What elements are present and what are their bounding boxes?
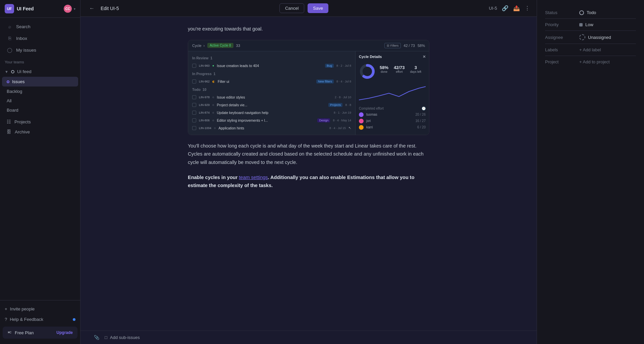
sidebar-header: UF UI Feed CC ▾	[0, 0, 80, 18]
sim-section-todo: Todo 10	[188, 85, 355, 94]
sim-issue-id: LIN-874	[199, 111, 210, 114]
sim-issue-label: Project details vie...	[217, 103, 326, 107]
sim-meta: 2 · 8 · Jul 10	[335, 96, 351, 99]
sim-issue-row[interactable]: LIN-978 ○ Issue editor styles 2 · 8 · Ju…	[188, 94, 355, 101]
sim-body: In Review 1 LIN-960 ● Issue creation lea…	[188, 51, 429, 135]
sim-issue-label: Issue editor styles	[217, 95, 332, 99]
sidebar-item-archive[interactable]: 🗄 Archive	[2, 127, 78, 137]
sim-days-label: days left	[410, 70, 422, 73]
sim-tag: Design	[317, 118, 330, 122]
sim-effort-clock-icon: 🕐	[422, 107, 426, 110]
sidebar-item-help[interactable]: ? Help & Feedback	[0, 314, 80, 325]
sim-active-badge: Active Cycle 8	[207, 43, 233, 48]
attach-button[interactable]: 📎	[94, 335, 99, 340]
sidebar-item-label: Search	[16, 24, 31, 29]
sidebar-nav: ⌕ Search ⎘ Inbox ◯ My issues Your teams …	[0, 18, 80, 300]
search-icon: ⌕	[7, 23, 13, 30]
sim-cycle-panel: Cycle Details ✕	[355, 51, 429, 135]
brand[interactable]: UF UI Feed	[5, 4, 34, 13]
brand-name: UI Feed	[17, 6, 34, 11]
team-header[interactable]: ▼ Ui feed	[0, 67, 80, 76]
myissues-icon: ◯	[7, 47, 13, 53]
sim-checkbox[interactable]	[192, 126, 196, 130]
toolbar-right: UI-5 🔗 📤 ⋮	[489, 5, 530, 11]
sidebar-item-invite[interactable]: + Invite people	[0, 304, 80, 314]
add-project-button[interactable]: + Add to project	[579, 59, 610, 64]
sim-member-nums: 6 / 20	[417, 125, 426, 129]
sim-panel-label: Cycle Details	[359, 55, 382, 59]
sub-issues-label: Add sub-issues	[110, 335, 140, 340]
sim-issue-row[interactable]: LIN-806 ○ Editor styling improvements + …	[188, 117, 355, 124]
sim-issue-row[interactable]: LIN-874 ○ Update keyboard navigation hel…	[188, 109, 355, 117]
link-icon[interactable]: 🔗	[502, 5, 508, 11]
sub-issues-button[interactable]: □ Add sub-issues	[105, 335, 140, 340]
teams-section-label: Your teams	[0, 56, 80, 65]
priority-value[interactable]: Low	[579, 22, 593, 27]
avatar[interactable]: CC	[64, 5, 72, 13]
sim-filter-button[interactable]: ⊟ Filters	[384, 43, 401, 48]
projects-icon: ☷	[7, 119, 11, 124]
prop-row-priority: Priority Low	[545, 19, 636, 31]
sim-tag: Projects	[328, 103, 343, 107]
editor-body: you're executing towards that goal. Cycl…	[80, 17, 537, 331]
more-icon[interactable]: ⋮	[525, 5, 530, 11]
toolbar-left: ← Edit UI-5	[87, 4, 119, 13]
sim-issue-id: LIN-962	[199, 80, 210, 83]
sim-member-avatar	[359, 125, 364, 130]
sim-days-val: 3	[410, 65, 422, 70]
sidebar-item-myissues[interactable]: ◯ My issues	[2, 44, 78, 56]
sim-member-name: jori	[366, 119, 413, 123]
right-sidebar: Status Todo Priority Low Assignee Unassi…	[537, 0, 644, 344]
sim-meta: 8 · 2 · Jul 8	[336, 64, 351, 67]
sidebar-item-projects[interactable]: ☷ Projects	[2, 117, 78, 127]
sim-member-nums: 16 / 27	[415, 119, 426, 123]
help-icon: ?	[5, 317, 7, 322]
issues-dot	[7, 80, 9, 83]
screenshot-inner: Cycle › Active Cycle 8 33 ⊟ Filters 42 /…	[188, 40, 429, 135]
sidebar-item-backlog[interactable]: Backlog	[2, 87, 78, 96]
sim-effort-label: effort	[394, 70, 405, 73]
team-settings-link[interactable]: team settings	[239, 175, 268, 180]
add-label-button[interactable]: + Add label	[579, 47, 601, 52]
sim-effort-row-tuomas: tuomas 20 / 26	[359, 112, 426, 117]
cancel-button[interactable]: Cancel	[279, 3, 304, 13]
sim-checkbox[interactable]	[192, 95, 196, 99]
sim-issue-row[interactable]: LIN-929 ○ Project details vie... Project…	[188, 101, 355, 109]
sim-issue-row[interactable]: LIN-960 ● Issue creation leads to 404 Bu…	[188, 62, 355, 70]
sidebar-item-search[interactable]: ⌕ Search	[2, 21, 78, 32]
back-button[interactable]: ←	[87, 4, 97, 13]
sim-issue-label: Editor styling improvements + l...	[217, 118, 315, 122]
prop-row-status: Status Todo	[545, 7, 636, 19]
sim-checkbox[interactable]	[192, 103, 196, 107]
sim-issue-row[interactable]: LIN-1004 ○ Application hints 8 · 4 · Jul…	[188, 124, 355, 132]
sim-checkbox[interactable]	[192, 118, 196, 122]
sim-checkbox[interactable]	[192, 64, 196, 68]
sim-status-icon: ●	[212, 64, 214, 67]
editor-content: you're executing towards that goal. Cycl…	[188, 25, 429, 190]
share-icon[interactable]: 📤	[513, 5, 520, 11]
sidebar-item-label: Projects	[14, 119, 31, 124]
sidebar-item-all[interactable]: All	[2, 96, 78, 105]
sim-tag: Bug	[325, 64, 334, 68]
sim-issue-row[interactable]: LIN-962 ◐ Filter ui New filters 8 · 4 · …	[188, 78, 355, 85]
sidebar-item-issues[interactable]: Issues	[2, 77, 78, 87]
sidebar-item-inbox[interactable]: ⎘ Inbox	[2, 33, 78, 44]
inbox-icon: ⎘	[7, 35, 13, 41]
sim-section-in-progress: In Progress 1	[188, 70, 355, 78]
sim-stat-days: 3 days left	[410, 65, 422, 73]
sim-checkbox[interactable]	[192, 111, 196, 115]
assignee-value[interactable]: Unassigned	[579, 34, 611, 40]
team-name: Ui feed	[17, 69, 32, 74]
sim-progress-num: 42 / 73	[404, 44, 415, 48]
sim-checkbox[interactable]	[192, 79, 196, 83]
sim-close-icon[interactable]: ✕	[423, 55, 426, 59]
status-value[interactable]: Todo	[579, 10, 596, 15]
priority-label: Priority	[545, 22, 575, 27]
sim-issue-label: Application hints	[218, 126, 327, 130]
save-button[interactable]: Save	[308, 3, 328, 13]
toolbar-center: Cancel Save	[279, 3, 328, 13]
sim-cursor-icon: ↖	[348, 126, 351, 130]
assignee-label: Assignee	[545, 35, 575, 40]
upgrade-button[interactable]: Upgrade	[56, 330, 73, 335]
sidebar-item-board[interactable]: Board	[2, 106, 78, 115]
